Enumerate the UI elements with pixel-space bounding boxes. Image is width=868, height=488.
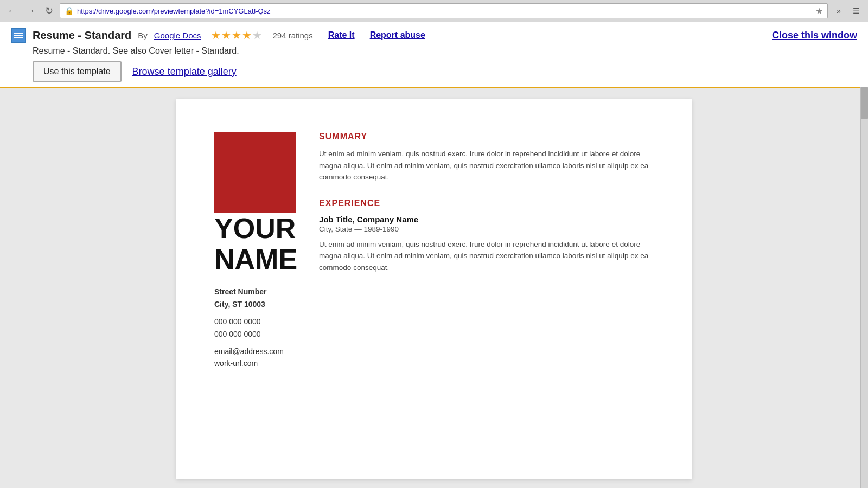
by-label: By (138, 31, 148, 40)
info-bar-top: Resume - Standard By Google Docs ★ ★ ★ ★… (11, 28, 857, 43)
report-link[interactable]: Report abuse (370, 30, 425, 40)
extra-buttons: » ☰ (831, 3, 864, 18)
bookmark-icon: ★ (815, 6, 823, 16)
phone1: 000 000 0000 (214, 316, 261, 328)
ratings-count: 294 ratings (273, 31, 313, 40)
address-line2: City, ST 10003 (214, 298, 266, 310)
refresh-button[interactable]: ↻ (41, 3, 56, 18)
address-bar[interactable]: 🔒 https://drive.google.com/previewtempla… (60, 3, 828, 18)
resume-name: YOUR NAME (214, 213, 297, 275)
phone2: 000 000 0000 (214, 328, 261, 340)
url-text: https://drive.google.com/previewtemplate… (77, 7, 812, 15)
forward-button[interactable]: → (23, 3, 38, 18)
address-line1: Street Number (214, 286, 266, 298)
star-rating: ★ ★ ★ ★ ★ (211, 29, 262, 42)
resume-right-col: SUMMARY Ut enim ad minim veniam, quis no… (319, 132, 654, 370)
summary-title: SUMMARY (319, 132, 654, 142)
resume-header: YOUR NAME Street Number City, ST 10003 0… (214, 132, 654, 370)
browser-toolbar: ← → ↻ 🔒 https://drive.google.com/preview… (0, 0, 868, 22)
menu-button[interactable]: ☰ (848, 3, 864, 18)
lock-icon: 🔒 (65, 7, 74, 15)
email: email@address.com (214, 345, 284, 357)
doc-icon (11, 28, 26, 43)
website: work-url.com (214, 357, 284, 369)
job-description: Ut enim ad minim veniam, quis nostrud ex… (319, 239, 654, 274)
scrollbar[interactable] (860, 87, 868, 488)
star-5: ★ (252, 29, 262, 42)
resume-name-line1: YOUR (214, 213, 296, 244)
doc-line-1 (14, 33, 23, 34)
resume-contact: email@address.com work-url.com (214, 345, 284, 370)
browser-chrome: ← → ↻ 🔒 https://drive.google.com/preview… (0, 0, 868, 22)
scroll-thumb[interactable] (861, 87, 868, 119)
rate-link[interactable]: Rate It (328, 30, 355, 40)
star-1: ★ (211, 29, 221, 42)
doc-title: Resume - Standard (33, 29, 131, 42)
job-title: Job Title, Company Name (319, 215, 654, 224)
more-button[interactable]: » (831, 3, 846, 18)
star-3: ★ (232, 29, 241, 42)
info-bar-actions: Use this template Browse template galler… (33, 61, 857, 82)
resume-phone: 000 000 0000 000 000 0000 (214, 316, 261, 340)
close-link[interactable]: Close this window (772, 30, 857, 41)
doc-icon-lines (12, 31, 24, 40)
back-button[interactable]: ← (4, 3, 20, 18)
resume-left-col: YOUR NAME Street Number City, ST 10003 0… (214, 132, 297, 370)
star-2: ★ (221, 29, 231, 42)
browse-gallery-link[interactable]: Browse template gallery (132, 66, 237, 78)
resume-name-line2: NAME (214, 243, 297, 275)
resume-photo (214, 132, 296, 213)
doc-line-3 (14, 37, 23, 38)
star-4: ★ (242, 29, 252, 42)
template-description: Resume - Standard. See also Cover letter… (33, 46, 857, 56)
resume-address: Street Number City, ST 10003 (214, 286, 266, 310)
use-template-button[interactable]: Use this template (33, 61, 122, 82)
experience-title: EXPERIENCE (319, 198, 654, 208)
summary-body: Ut enim ad minim veniam, quis nostrud ex… (319, 148, 654, 183)
resume-paper: YOUR NAME Street Number City, ST 10003 0… (176, 99, 692, 479)
main-content: YOUR NAME Street Number City, ST 10003 0… (0, 88, 868, 488)
author-link[interactable]: Google Docs (154, 31, 201, 40)
doc-line-2 (14, 35, 23, 36)
info-bar: Resume - Standard By Google Docs ★ ★ ★ ★… (0, 22, 868, 88)
job-location: City, State — 1989-1990 (319, 225, 654, 233)
